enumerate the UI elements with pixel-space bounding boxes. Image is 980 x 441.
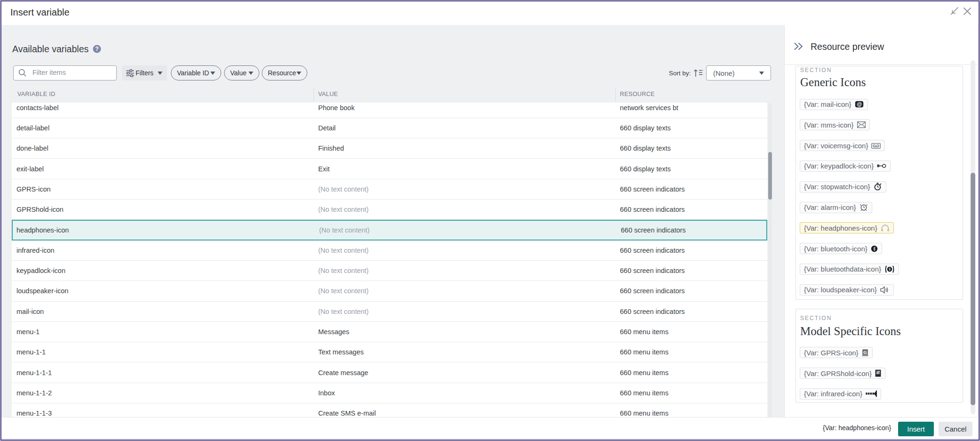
svg-text:?: ? xyxy=(95,46,98,52)
svg-text:G: G xyxy=(863,350,867,355)
svg-text:@: @ xyxy=(857,101,862,107)
